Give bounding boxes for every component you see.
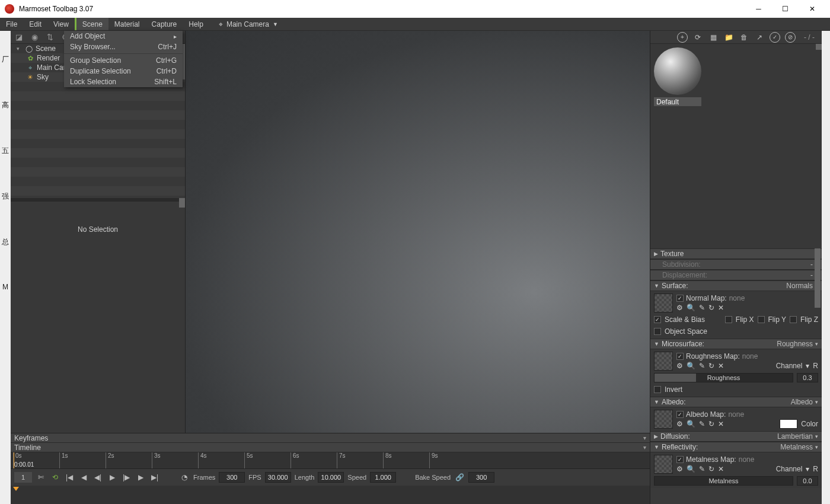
refresh-icon[interactable]: ⟳ — [692, 32, 703, 43]
speed-field[interactable]: 1.000 — [370, 472, 396, 483]
keyframes-header[interactable]: Keyframes▾ — [11, 433, 650, 443]
node-render[interactable]: Render — [37, 54, 60, 62]
section-reflectivity[interactable]: ▼Reflectivity:Metalness▾ — [650, 442, 822, 452]
roughness-value[interactable]: 0.3 — [797, 373, 818, 382]
collapse-icon[interactable]: ▾ — [643, 444, 646, 451]
menu-help[interactable]: Help — [183, 18, 209, 30]
menu-capture[interactable]: Capture — [146, 18, 183, 30]
expand-icon[interactable]: ▾ — [17, 46, 23, 52]
section-microsurface[interactable]: ▼Microsurface:Roughness▾ — [650, 339, 822, 349]
step-fwd-icon[interactable]: ▶ — [135, 472, 146, 483]
object-space-check[interactable] — [654, 328, 661, 335]
material-sphere[interactable] — [654, 47, 701, 95]
invert-check[interactable] — [654, 386, 661, 393]
skip-end-icon[interactable]: ▶| — [149, 472, 160, 483]
edit-icon[interactable]: ✎ — [699, 420, 705, 428]
reload-icon[interactable]: ↻ — [708, 304, 714, 312]
timeline-ruler[interactable]: 0:00.01 0s 1s 2s 3s 4s 5s 6s 7s 8s 9s — [11, 452, 650, 469]
scrollbar[interactable] — [179, 202, 185, 208]
clear-icon[interactable]: ✕ — [718, 420, 724, 428]
minimize-button[interactable]: ─ — [745, 0, 772, 18]
length-field[interactable]: 10.000 — [318, 472, 344, 483]
viewport[interactable] — [186, 31, 650, 433]
cancel-icon[interactable]: ⊘ — [785, 32, 796, 43]
channel-select[interactable]: R — [813, 362, 818, 370]
metalness-value[interactable]: 0.0 — [797, 476, 818, 486]
search-icon[interactable]: 🔍 — [687, 420, 695, 428]
menu-lock-selection[interactable]: Lock SelectionShift+L — [64, 76, 183, 87]
search-icon[interactable]: 🔍 — [687, 465, 695, 473]
timeline-track[interactable] — [11, 486, 650, 504]
menu-duplicate-selection[interactable]: Duplicate SelectionCtrl+D — [64, 66, 183, 76]
collapse-icon[interactable]: ▾ — [643, 435, 646, 441]
menu-edit[interactable]: Edit — [23, 18, 47, 30]
node-scene[interactable]: Scene — [36, 44, 56, 53]
section-surface[interactable]: ▼Surface:Normals▾ — [650, 280, 822, 291]
albedo-map-slot[interactable] — [654, 410, 673, 429]
node-sky[interactable]: Sky — [37, 73, 49, 81]
link-icon[interactable]: 🔗 — [454, 472, 465, 483]
clear-icon[interactable]: ✕ — [718, 362, 724, 370]
scale-bias-check[interactable] — [654, 316, 661, 323]
menu-group-selection[interactable]: Group SelectionCtrl+G — [64, 55, 183, 66]
clear-icon[interactable]: ✕ — [718, 304, 724, 312]
frame-fwd-icon[interactable]: |▶ — [121, 472, 132, 483]
reload-icon[interactable]: ↻ — [708, 465, 714, 473]
tool-icon[interactable]: ⇅ — [45, 33, 55, 42]
gear-icon[interactable]: ⚙ — [676, 420, 683, 428]
menu-scene[interactable]: Scene — [75, 18, 108, 30]
close-button[interactable]: ✕ — [799, 0, 825, 18]
albedo-map-check[interactable] — [676, 411, 684, 418]
skip-start-icon[interactable]: |◀ — [64, 472, 75, 483]
menu-sky-browser[interactable]: Sky Browser...Ctrl+J — [64, 42, 183, 52]
edit-icon[interactable]: ✎ — [699, 304, 705, 312]
gear-icon[interactable]: ⚙ — [676, 362, 683, 370]
folder-icon[interactable]: 📁 — [723, 32, 734, 43]
section-texture[interactable]: ▶Texture — [650, 248, 822, 259]
roughness-map-slot[interactable] — [654, 352, 673, 371]
trash-icon[interactable]: 🗑 — [739, 32, 749, 43]
edit-icon[interactable]: ✎ — [699, 465, 705, 473]
maximize-button[interactable]: ☐ — [772, 0, 799, 18]
add-icon[interactable]: + — [677, 32, 688, 43]
cube-icon[interactable]: ◪ — [14, 33, 24, 42]
normal-map-check[interactable] — [676, 295, 684, 302]
gear-icon[interactable]: ⚙ — [676, 465, 683, 473]
section-subdivision[interactable]: Subdivision:- ▾ — [650, 259, 822, 270]
gear-icon[interactable]: ⚙ — [676, 304, 683, 312]
menu-file[interactable]: File — [0, 18, 23, 30]
camera-selector[interactable]: ⌖ Main Camera ▼ — [214, 18, 283, 30]
metalness-slider[interactable]: Metalness — [654, 476, 793, 486]
grid-icon[interactable]: ▦ — [708, 32, 719, 43]
flipx-check[interactable] — [725, 316, 732, 323]
normal-map-slot[interactable] — [654, 294, 673, 312]
menu-material[interactable]: Material — [108, 18, 146, 30]
section-diffusion[interactable]: ▶Diffusion:Lambertian▾ — [650, 431, 822, 442]
roughness-slider[interactable]: Roughness — [654, 373, 793, 382]
playhead-marker[interactable] — [13, 487, 19, 491]
roughness-map-check[interactable] — [676, 353, 684, 360]
play-icon[interactable]: ▶ — [107, 472, 117, 483]
reload-icon[interactable]: ↻ — [708, 362, 714, 370]
scrollbar[interactable] — [816, 44, 822, 50]
edit-icon[interactable]: ✎ — [699, 362, 705, 370]
channel-select[interactable]: R — [813, 465, 818, 473]
frames-field[interactable]: 300 — [219, 472, 245, 483]
material-name[interactable]: Default — [654, 97, 701, 106]
metalness-map-slot[interactable] — [654, 455, 673, 474]
metalness-map-check[interactable] — [676, 456, 684, 463]
clear-icon[interactable]: ✕ — [718, 465, 724, 473]
albedo-color[interactable] — [780, 419, 797, 429]
stopwatch-icon[interactable]: ◔ — [179, 472, 190, 483]
flipz-check[interactable] — [790, 316, 797, 323]
step-back-icon[interactable]: ◀ — [78, 472, 89, 483]
section-albedo[interactable]: ▼Albedo:Albedo▾ — [650, 397, 822, 407]
reload-icon[interactable]: ↻ — [708, 420, 714, 428]
timeline-header[interactable]: Timeline▾ — [11, 443, 650, 452]
menu-add-object[interactable]: Add Object▸ — [64, 31, 183, 42]
scrollbar[interactable] — [815, 248, 821, 308]
search-icon[interactable]: 🔍 — [687, 304, 695, 312]
frame-field[interactable]: 1 — [14, 472, 32, 483]
fps-field[interactable]: 30.000 — [265, 472, 291, 483]
bake-field[interactable]: 300 — [468, 472, 494, 483]
